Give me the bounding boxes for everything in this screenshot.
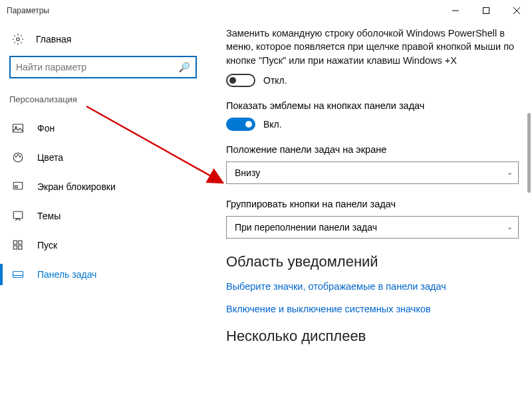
powershell-description: Заменить командную строку оболочкой Wind… [226,27,519,67]
close-button[interactable] [501,0,532,21]
content-pane: Заменить командную строку оболочкой Wind… [206,21,532,416]
sidebar-item-label: Цвета [37,152,63,163]
toggle-on-label: Вкл. [263,119,282,130]
scrollbar-thumb[interactable] [527,113,531,193]
group-label: Группировать кнопки на панели задач [226,199,519,209]
position-dropdown[interactable]: Внизу ⌄ [226,161,519,184]
powershell-toggle[interactable] [226,74,255,87]
badges-toggle[interactable] [226,118,255,131]
sidebar-item-taskbar[interactable]: Панель задач [0,260,206,289]
taskbar-icon [12,268,24,280]
badges-label: Показать эмблемы на кнопках панели задач [226,100,519,111]
sidebar-item-label: Панель задач [37,269,96,280]
notification-area-heading: Область уведомлений [226,253,519,270]
multiple-displays-heading: Несколько дисплеев [226,328,519,345]
sidebar-item-label: Экран блокировки [37,181,116,192]
picture-icon [12,122,24,134]
sidebar-item-colors[interactable]: Цвета [0,143,206,172]
svg-rect-1 [483,8,489,14]
sidebar-home-label: Главная [36,34,71,45]
svg-rect-14 [13,241,17,244]
svg-rect-16 [13,246,17,249]
svg-rect-15 [19,241,22,244]
sidebar-item-label: Темы [37,211,61,221]
svg-point-4 [17,38,20,41]
system-icons-link[interactable]: Включение и выключение системных значков [226,304,519,314]
brush-icon [12,210,24,222]
select-icons-link[interactable]: Выберите значки, отображаемые в панели з… [226,281,519,292]
position-label: Положение панели задач на экране [226,144,519,155]
sidebar-item-themes[interactable]: Темы [0,201,206,231]
search-input-wrap[interactable]: 🔍 [9,56,197,78]
toggle-off-label: Откл. [263,75,287,86]
titlebar: Параметры [0,0,532,21]
minimize-button[interactable] [440,0,471,21]
sidebar-item-label: Пуск [37,240,57,251]
lockscreen-icon [12,181,24,193]
sidebar: Главная 🔍 Персонализация Фон Цвета Экран… [0,21,206,416]
sidebar-item-lockscreen[interactable]: Экран блокировки [0,172,206,201]
svg-rect-12 [15,186,18,188]
search-icon: 🔍 [179,62,190,72]
sidebar-item-background[interactable]: Фон [0,114,206,143]
maximize-button[interactable] [471,0,501,21]
gear-icon [12,33,24,45]
sidebar-home[interactable]: Главная [0,27,206,52]
svg-rect-5 [13,124,23,132]
svg-rect-18 [13,272,23,278]
palette-icon [12,152,24,163]
svg-rect-13 [13,211,23,219]
start-icon [12,239,24,251]
svg-point-10 [19,156,21,157]
sidebar-category: Персонализация [0,90,206,114]
sidebar-item-label: Фон [37,123,55,134]
window-title: Параметры [7,6,49,15]
group-value: При переполнении панели задач [235,222,377,233]
svg-point-8 [15,156,17,157]
svg-rect-17 [19,246,22,249]
chevron-down-icon: ⌄ [507,223,513,231]
search-input[interactable] [16,62,179,72]
sidebar-item-start[interactable]: Пуск [0,231,206,260]
position-value: Внизу [235,167,260,178]
chevron-down-icon: ⌄ [507,168,513,177]
group-dropdown[interactable]: При переполнении панели задач ⌄ [226,216,519,239]
svg-point-9 [17,155,19,156]
